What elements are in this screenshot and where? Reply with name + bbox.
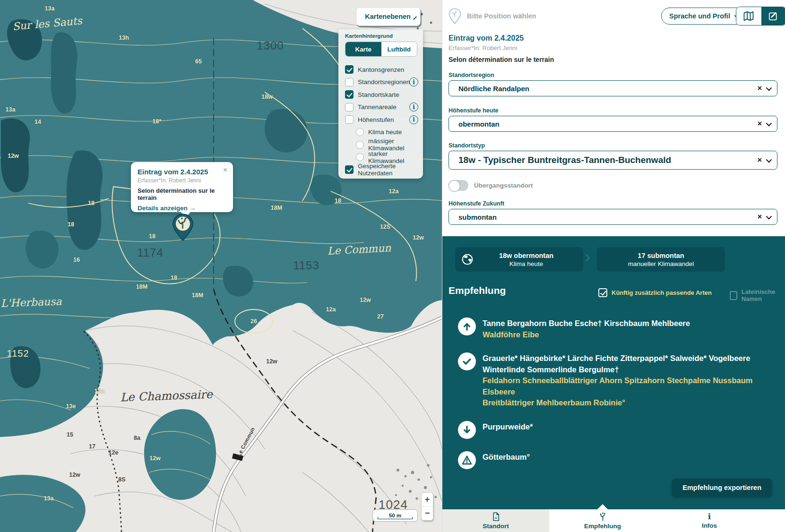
bg-option-luftbild[interactable]: Luftbild — [381, 42, 417, 56]
transition-toggle-switch[interactable] — [449, 180, 468, 191]
map-layers-button[interactable]: Kartenebenen — [356, 7, 421, 26]
species-lines: Purpurweide* — [483, 421, 533, 439]
chevron-down-icon[interactable] — [766, 213, 772, 219]
info-icon: i — [708, 512, 711, 521]
map-icon — [743, 10, 754, 22]
entry-note: Selon détermination sur le terrain — [449, 56, 554, 63]
site-type-field[interactable]: 18w - Typischer Buntreitgras-Tannen-Buch… — [449, 151, 777, 170]
layer-label: Standortskarte — [358, 91, 399, 98]
altitude-today-label: Höhenstufe heute — [449, 107, 499, 114]
position-pin-icon — [449, 8, 461, 24]
radio-icon[interactable] — [356, 141, 364, 149]
species-list: Tanne Bergahorn Buche Esche† Kirschbaum … — [458, 317, 771, 481]
chevron-down-icon[interactable] — [766, 85, 772, 91]
popup-details-link[interactable]: Details anzeigen → — [138, 205, 226, 212]
recommendation-title: Empfehlung — [449, 285, 506, 296]
map-zoom-control: + − — [421, 492, 433, 521]
profile-button-label: Sprache und Profil — [669, 12, 730, 20]
radio-icon[interactable] — [356, 128, 364, 136]
checkbox-unchecked-icon[interactable] — [345, 103, 354, 112]
radio-starker-klimawandel[interactable]: starker Klimawandel — [345, 151, 417, 164]
entry-author: Erfasser*In: Robert Jenni — [449, 44, 554, 51]
altitude-today-value: obermontan — [458, 120, 753, 128]
map-view-button[interactable] — [736, 7, 761, 25]
side-panel: Bitte Position wählen Sprache und Profil — [442, 0, 785, 532]
radio-maessiger-klimawandel[interactable]: mässiger Klimawandel — [345, 138, 417, 151]
checkbox-checked-icon[interactable] — [598, 288, 607, 297]
background-toggle: Karte Luftbild — [345, 42, 417, 57]
nav-tab-label: Infos — [702, 522, 717, 529]
popup-author: Erfasser*In: Robert Jenni — [138, 177, 226, 184]
chevron-down-icon[interactable] — [766, 156, 772, 163]
language-profile-button[interactable]: Sprache und Profil — [661, 8, 747, 25]
zoom-in-button[interactable]: + — [422, 493, 433, 506]
climate-current-card: 18w obermontan Klima heute — [455, 247, 583, 272]
species-line: Winterlinde Sommerlinde Bergulme† — [483, 364, 771, 376]
clear-icon[interactable]: × — [753, 120, 766, 128]
popup-close-icon[interactable]: × — [223, 166, 227, 174]
latin-names-filter[interactable]: Lateinische Namen — [730, 288, 785, 302]
nav-tab-label: Empfehlung — [584, 523, 621, 530]
export-recommendation-button[interactable]: Empfehlung exportieren — [672, 479, 772, 497]
species-line: Grauerle* Hängebirke* Lärche Fichte Zitt… — [483, 353, 771, 364]
filter-label: Künftig zusätzlich passende Arten — [612, 289, 712, 296]
checkbox-unchecked-icon[interactable] — [345, 78, 354, 86]
treeapp-window: 13aSur les Sauts13h13006518w13a1418*12w1… — [0, 0, 785, 532]
popup-title: Eintrag vom 2.4.2025 — [138, 168, 226, 176]
radio-klima-heute[interactable]: Klima heute — [345, 126, 417, 139]
background-section-label: Kartenhintergrund — [345, 33, 417, 39]
altitude-future-label: Höhenstufe Zukunft — [449, 200, 504, 207]
radio-label: starker Klimawandel — [368, 150, 417, 164]
layer-hoehenstufen[interactable]: Höhenstufen i — [345, 113, 417, 126]
checkbox-checked-icon[interactable] — [345, 65, 354, 74]
recommendation-section: 18w obermontan Klima heute 17 submontan … — [442, 236, 785, 509]
clear-icon[interactable]: × — [753, 84, 766, 93]
down-circle-icon — [458, 421, 476, 439]
layer-gespeicherte-nutzerdaten[interactable]: Gespeicherte Nutzerdaten — [345, 163, 417, 176]
transition-toggle-row: Übergangsstandort — [449, 180, 533, 191]
layer-standortsregionen[interactable]: Standortsregionen i — [345, 76, 417, 89]
bg-option-karte[interactable]: Karte — [345, 42, 381, 56]
species-lines: Tanne Bergahorn Buche Esche† Kirschbaum … — [483, 317, 690, 340]
radio-icon[interactable] — [356, 153, 364, 161]
future-species-filter[interactable]: Künftig zusätzlich passende Arten — [598, 288, 712, 297]
clear-icon[interactable]: × — [753, 156, 766, 164]
clear-icon[interactable]: × — [753, 213, 766, 221]
zoom-out-button[interactable]: − — [422, 506, 433, 520]
altitude-future-field[interactable]: submontan × — [449, 209, 777, 225]
map-marker-pin[interactable] — [173, 214, 193, 241]
altitude-today-field[interactable]: obermontan × — [449, 116, 777, 132]
climate-current-line2: Klima heute — [469, 260, 583, 267]
nav-tab-standort[interactable]: Standort — [442, 509, 549, 532]
edit-view-button[interactable] — [761, 7, 785, 25]
layer-kantonsgrenzen[interactable]: Kantonsgrenzen — [345, 63, 417, 76]
entry-summary: Eintrag vom 2.4.2025 Erfasser*In: Robert… — [449, 34, 554, 63]
region-label: Standortsregion — [449, 72, 494, 78]
check-circle-icon — [458, 352, 476, 370]
document-icon — [491, 512, 501, 522]
layer-label: Gespeicherte Nutzerdaten — [358, 163, 417, 177]
info-icon[interactable]: i — [409, 103, 418, 112]
checkbox-checked-icon[interactable] — [345, 90, 354, 99]
checkbox-checked-icon[interactable] — [345, 165, 354, 174]
radio-label: Klima heute — [368, 129, 402, 136]
layer-standortskarte[interactable]: Standortskarte — [345, 88, 417, 101]
species-row: Götterbaum° — [458, 451, 771, 469]
panel-header: Bitte Position wählen Sprache und Profil — [449, 7, 777, 26]
info-icon[interactable]: i — [409, 77, 418, 86]
species-lines: Grauerle* Hängebirke* Lärche Fichte Zitt… — [483, 352, 771, 409]
layer-tannenareale[interactable]: Tannenareale i — [345, 101, 417, 114]
nav-tab-empfehlung[interactable]: Empfehlung — [549, 509, 656, 532]
climate-future-card: 17 submontan manueller Klimawandel — [597, 247, 725, 272]
nav-filler — [763, 509, 785, 532]
chevron-down-icon[interactable] — [766, 120, 772, 126]
region-field[interactable]: Nördliche Randalpen × — [449, 80, 777, 96]
chevron-right-icon — [583, 254, 590, 262]
map-canvas[interactable]: 13aSur les Sauts13h13006518w13a1418*12w1… — [0, 0, 442, 532]
nav-tab-infos[interactable]: i Infos — [656, 509, 763, 532]
info-icon[interactable]: i — [409, 115, 418, 124]
checkbox-unchecked-icon[interactable] — [345, 115, 354, 124]
tree-pin-icon — [173, 214, 193, 241]
checkbox-unchecked-icon[interactable] — [730, 291, 737, 300]
climate-future-line1: 17 submontan — [597, 252, 725, 259]
